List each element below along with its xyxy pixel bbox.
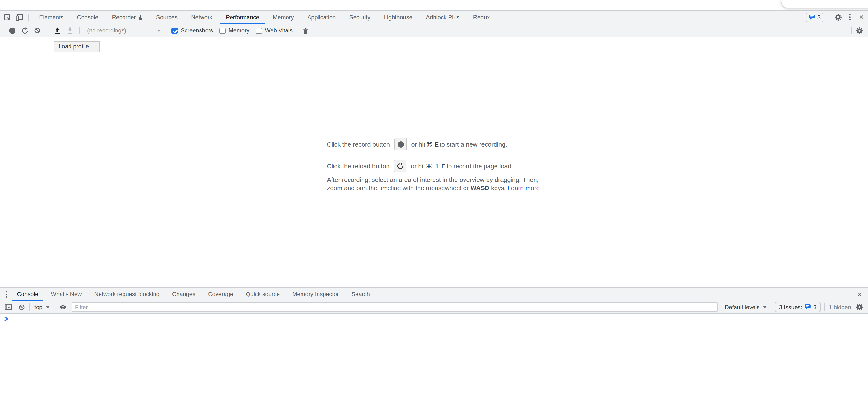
drawer-tab-quick-source[interactable]: Quick source	[240, 288, 286, 301]
checkbox-web-vitals[interactable]: Web Vitals	[256, 27, 292, 34]
flask-icon	[138, 14, 143, 20]
divider	[829, 13, 829, 21]
checkbox-box[interactable]	[219, 27, 225, 34]
save-profile-button[interactable]	[63, 25, 76, 36]
tab-network[interactable]: Network	[184, 11, 219, 24]
tab-lighthouse[interactable]: Lighthouse	[377, 11, 419, 24]
live-expression-eye-icon[interactable]	[59, 303, 67, 311]
console-filter-input[interactable]	[71, 302, 718, 312]
device-toolbar-icon[interactable]	[16, 13, 23, 21]
drawer-tab-what-s-new[interactable]: What's New	[44, 288, 88, 301]
wasd-keys-text: WASD	[471, 184, 490, 192]
checkbox-box[interactable]	[172, 27, 178, 34]
divider	[47, 27, 48, 34]
tab-memory[interactable]: Memory	[266, 11, 301, 24]
tab-security[interactable]: Security	[342, 11, 377, 24]
reload-instruction-line: Click the reload button or hit ⌘ ⇧ E to …	[327, 160, 541, 172]
checkbox-box[interactable]	[256, 27, 262, 34]
hidden-messages-label: 1 hidden	[829, 304, 851, 310]
tab-adblock-plus[interactable]: Adblock Plus	[419, 11, 466, 24]
drawer-tab-console[interactable]: Console	[11, 288, 44, 301]
tab-performance[interactable]: Performance	[219, 11, 266, 24]
performance-toolbar: (no recordings) Screenshots Memory Web V…	[0, 24, 868, 37]
shortcut-key-letter: E	[434, 141, 439, 148]
console-body	[0, 313, 868, 406]
chevron-down-icon	[46, 306, 50, 308]
context-value: top	[34, 304, 42, 310]
drawer-tab-memory-inspector[interactable]: Memory Inspector	[286, 288, 345, 301]
download-icon	[66, 27, 73, 34]
paragraph-line1: After recording, select an area of inter…	[327, 176, 538, 183]
cutoff-browser-pill	[781, 0, 868, 8]
drawer-tab-coverage[interactable]: Coverage	[202, 288, 240, 301]
tab-redux[interactable]: Redux	[466, 11, 496, 24]
chevron-down-icon	[763, 306, 767, 308]
tabbar-right-icons: 3 ✕	[806, 12, 865, 22]
drawer: Console What's New Network request block…	[0, 287, 868, 406]
reload-icon	[21, 27, 28, 34]
log-levels-select[interactable]: Default levels	[724, 304, 767, 310]
load-profile-tooltip: Load profile…	[54, 41, 99, 52]
garbage-collect-button[interactable]	[299, 25, 312, 36]
more-options-icon[interactable]	[847, 13, 852, 22]
divider	[29, 303, 30, 311]
drawer-more-tabs-icon[interactable]	[4, 290, 9, 299]
drawer-tab-network-request-blocking[interactable]: Network request blocking	[88, 288, 166, 301]
issues-bubble-icon	[809, 14, 815, 20]
tab-recorder[interactable]: Recorder	[105, 11, 149, 24]
record-instruction-line: Click the record button or hit ⌘ E to st…	[327, 138, 541, 150]
record-button-illustration[interactable]	[394, 138, 407, 150]
divider	[825, 303, 825, 311]
console-settings-gear-icon[interactable]	[856, 303, 863, 311]
reload-icon	[397, 162, 404, 170]
reload-and-record-button[interactable]	[19, 25, 31, 36]
browser-chrome-strip	[0, 0, 868, 10]
close-drawer-icon[interactable]: ✕	[856, 291, 863, 297]
console-toolbar: top Default levels 3 Issues: 3 1 hidden	[0, 301, 868, 313]
drawer-tabbar: Console What's New Network request block…	[0, 288, 868, 301]
close-devtools-icon[interactable]: ✕	[858, 14, 865, 20]
reload-button-illustration[interactable]	[394, 160, 407, 172]
divider	[80, 27, 80, 34]
after-recording-paragraph: After recording, select an area of inter…	[327, 176, 541, 192]
capture-checkboxes: Screenshots Memory Web Vitals	[165, 27, 292, 34]
clear-recordings-button[interactable]	[31, 25, 43, 36]
drawer-tab-search[interactable]: Search	[345, 288, 376, 301]
capture-settings-gear-icon[interactable]	[856, 27, 863, 34]
recordings-select[interactable]: (no recordings)	[87, 27, 161, 34]
settings-gear-icon[interactable]	[835, 13, 842, 21]
load-profile-button[interactable]	[51, 25, 63, 36]
divider	[28, 13, 29, 21]
performance-panel-content: Load profile… Click the record button or…	[0, 37, 868, 287]
issues-badge[interactable]: 3	[806, 12, 824, 22]
paragraph-line2-post: keys.	[490, 184, 507, 192]
console-sidebar-toggle-icon[interactable]	[4, 303, 12, 311]
record-button[interactable]	[6, 25, 19, 36]
recording-instructions: Click the record button or hit ⌘ E to st…	[327, 138, 541, 192]
learn-more-link[interactable]: Learn more	[507, 184, 540, 192]
reload-instruction-suffix: to record the page load.	[446, 162, 513, 170]
devtools-window: Elements Console Recorder Sources Networ…	[0, 0, 868, 406]
tab-application[interactable]: Application	[301, 11, 342, 24]
issues-bubble-icon	[805, 304, 811, 310]
drawer-tabs: Console What's New Network request block…	[11, 288, 376, 301]
checkbox-memory[interactable]: Memory	[219, 27, 249, 34]
perf-toolbar-right	[851, 27, 863, 34]
checkbox-screenshots[interactable]: Screenshots	[172, 27, 213, 34]
inspect-element-icon[interactable]	[3, 13, 11, 21]
paragraph-line2-pre: zoom and pan the timeline with the mouse…	[327, 184, 471, 192]
console-prompt-row[interactable]	[0, 313, 868, 321]
divider	[771, 303, 771, 311]
javascript-context-select[interactable]: top	[33, 304, 51, 310]
divider	[55, 303, 55, 311]
upload-icon	[54, 27, 61, 34]
record-instruction-suffix: to start a new recording.	[440, 141, 507, 148]
tab-elements[interactable]: Elements	[32, 11, 70, 24]
tab-console[interactable]: Console	[70, 11, 105, 24]
clear-console-icon[interactable]	[19, 304, 25, 310]
chevron-down-icon	[157, 29, 161, 32]
tab-sources[interactable]: Sources	[149, 11, 184, 24]
levels-value: Default levels	[724, 304, 760, 310]
issues-button[interactable]: 3 Issues: 3	[775, 302, 820, 312]
drawer-tab-changes[interactable]: Changes	[166, 288, 202, 301]
